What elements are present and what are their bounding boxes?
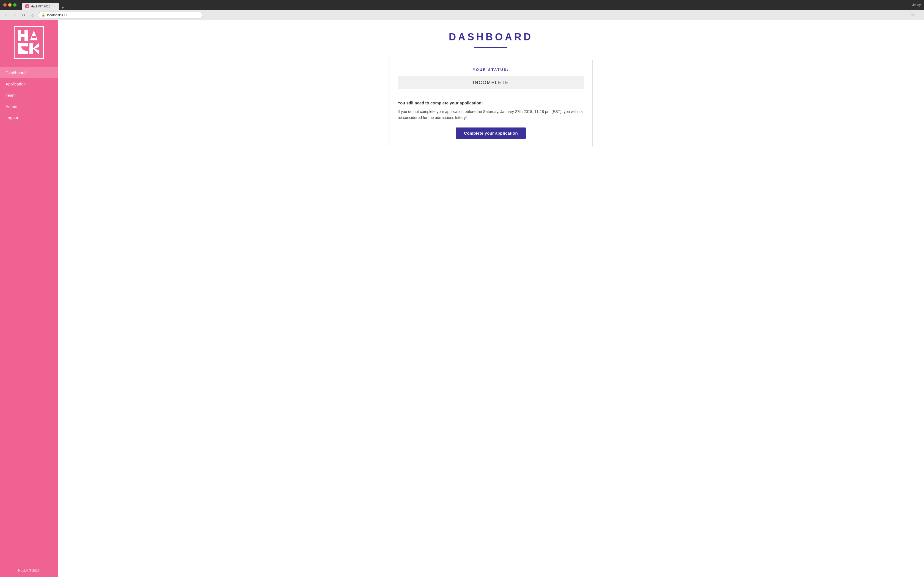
svg-rect-5 [32,36,36,38]
app-container: Dashboard Application Team Admin Logout … [0,20,924,577]
browser-user: Jessy [912,3,921,7]
sidebar: Dashboard Application Team Admin Logout … [0,20,58,577]
address-input[interactable]: 🔒 localhost:3000 [38,12,203,18]
hack-logo-svg [18,30,40,55]
sidebar-nav: Dashboard Application Team Admin Logout [0,64,58,564]
status-message-body: If you do not complete your application … [397,108,584,121]
svg-rect-8 [18,51,28,54]
traffic-lights [3,3,16,6]
tab-bar: H HackMIT 2015 × + [22,0,66,10]
refresh-button[interactable]: ↺ [20,12,27,18]
tab-close-button[interactable]: × [52,5,56,8]
browser-chrome: H HackMIT 2015 × + Jessy [0,0,924,10]
bookmark-button[interactable]: ☆ [911,12,915,18]
home-button[interactable]: ⌂ [29,12,36,18]
back-button[interactable]: ‹ [3,12,9,18]
your-status-label: YOUR STATUS: [397,68,584,72]
new-tab-button[interactable]: + [59,5,66,10]
forward-button[interactable]: › [11,12,18,18]
close-button[interactable] [3,3,6,6]
active-tab[interactable]: H HackMIT 2015 × [22,3,59,10]
address-bar: ‹ › ↺ ⌂ 🔒 localhost:3000 ☆ ⋮ [0,10,924,20]
sidebar-item-team[interactable]: Team [0,90,58,101]
secure-icon: 🔒 [42,13,45,17]
main-content: DASHBOARD YOUR STATUS: INCOMPLETE You st… [58,20,924,577]
status-divider [397,95,584,95]
minimize-button[interactable] [8,3,11,6]
svg-marker-4 [30,31,38,40]
sidebar-item-dashboard[interactable]: Dashboard [0,67,58,78]
maximize-button[interactable] [13,3,16,6]
svg-rect-2 [18,34,28,37]
tab-favicon: H [25,5,29,8]
sidebar-footer: HackMIT 2015 [0,564,58,577]
page-title: DASHBOARD [74,31,908,43]
title-underline [474,47,507,48]
menu-button[interactable]: ⋮ [917,12,921,18]
complete-application-button[interactable]: Complete your application [456,127,526,139]
svg-rect-7 [18,43,28,47]
sidebar-item-logout[interactable]: Logout [0,112,58,123]
sidebar-logo [0,20,58,64]
sidebar-item-admin[interactable]: Admin [0,101,58,112]
logo-box [14,26,44,59]
url-text: localhost:3000 [47,13,68,17]
status-value: INCOMPLETE [397,76,584,89]
sidebar-item-application[interactable]: Application [0,78,58,90]
status-message-title: You still need to complete your applicat… [397,101,584,105]
svg-rect-9 [29,43,33,54]
svg-marker-10 [33,43,39,54]
status-card: YOUR STATUS: INCOMPLETE You still need t… [389,59,593,147]
tab-title: HackMIT 2015 [31,5,50,8]
